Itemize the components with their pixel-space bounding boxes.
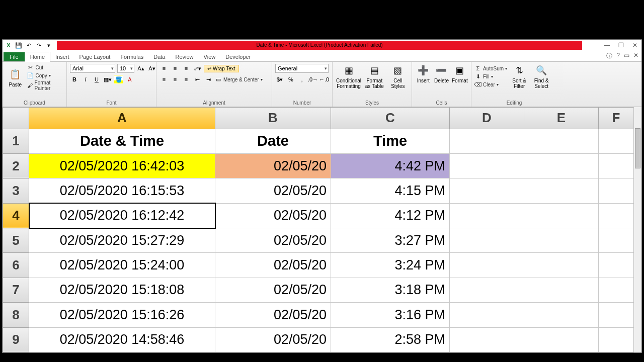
cell-B6[interactable]: 02/05/20 — [215, 253, 331, 278]
increase-indent-icon[interactable]: ⇥ — [204, 75, 213, 84]
cell-D4[interactable] — [450, 203, 524, 228]
clear-button[interactable]: ⌫Clear▾ — [474, 81, 499, 88]
increase-decimal-icon[interactable]: .0→ — [308, 75, 317, 84]
comma-icon[interactable]: , — [297, 75, 306, 84]
cell-C2[interactable]: 4:42 PM — [331, 153, 450, 178]
autosum-button[interactable]: ΣAutoSum▾ — [474, 65, 507, 72]
cell-A4[interactable]: 02/05/2020 16:12:42 — [29, 203, 215, 228]
shrink-font-icon[interactable]: A▾ — [147, 64, 156, 73]
cell-C6[interactable]: 3:24 PM — [331, 253, 450, 278]
cell-D2[interactable] — [450, 153, 524, 178]
grow-font-icon[interactable]: A▴ — [136, 64, 145, 73]
cut-button[interactable]: ✂Cut — [27, 64, 43, 71]
cell-E4[interactable] — [524, 203, 599, 228]
bold-button[interactable]: B — [70, 75, 79, 84]
cell-E7[interactable] — [524, 278, 599, 302]
help-icon[interactable]: ? — [616, 52, 620, 60]
paste-button[interactable]: 📋 Paste — [6, 68, 25, 87]
cell-D9[interactable] — [450, 327, 524, 352]
cell-F3[interactable] — [599, 178, 634, 203]
cell-F6[interactable] — [599, 253, 634, 278]
cell-D7[interactable] — [450, 278, 524, 302]
tab-data[interactable]: Data — [148, 52, 170, 61]
cell-C4[interactable]: 4:12 PM — [331, 203, 450, 228]
cell-D3[interactable] — [450, 178, 524, 203]
cell-F5[interactable] — [599, 228, 634, 253]
cell-B3[interactable]: 02/05/20 — [215, 178, 331, 203]
cell-B4[interactable]: 02/05/20 — [215, 203, 331, 228]
wrap-text-button[interactable]: ↩Wrap Text — [204, 65, 239, 72]
format-as-table-button[interactable]: ▤Format as Table — [364, 64, 385, 89]
cell-C1[interactable]: Time — [331, 129, 450, 153]
cell-F1[interactable] — [599, 129, 634, 153]
cell-E3[interactable] — [524, 178, 599, 203]
row-header-8[interactable]: 8 — [3, 303, 29, 327]
align-right-icon[interactable]: ≡ — [182, 75, 191, 84]
font-size-select[interactable]: 10 — [117, 64, 134, 73]
cell-B2[interactable]: 02/05/20 — [215, 153, 331, 178]
row-header-7[interactable]: 7 — [3, 278, 29, 302]
currency-icon[interactable]: $▾ — [275, 75, 284, 84]
cell-E9[interactable] — [524, 327, 599, 352]
cell-E8[interactable] — [524, 303, 599, 327]
cell-F7[interactable] — [599, 278, 634, 302]
tab-page-layout[interactable]: Page Layout — [74, 52, 116, 61]
align-bottom-icon[interactable]: ≡ — [182, 64, 191, 73]
row-header-2[interactable]: 2 — [3, 153, 29, 178]
cell-C3[interactable]: 4:15 PM — [331, 178, 450, 203]
minimize-ribbon-icon[interactable]: ⓘ — [606, 52, 612, 60]
cell-A5[interactable]: 02/05/2020 15:27:29 — [29, 228, 215, 253]
cell-D6[interactable] — [450, 253, 524, 278]
cell-B9[interactable]: 02/05/20 — [215, 327, 331, 352]
col-header-F[interactable]: F — [599, 108, 634, 129]
vertical-scrollbar[interactable] — [633, 107, 641, 352]
orientation-icon[interactable]: ⤢▾ — [193, 64, 202, 73]
font-name-select[interactable]: Arial — [70, 64, 115, 73]
cell-E6[interactable] — [524, 253, 599, 278]
cell-A2[interactable]: 02/05/2020 16:42:03 — [29, 153, 215, 178]
qat-customize-icon[interactable]: ▾ — [45, 41, 53, 49]
align-left-icon[interactable]: ≡ — [159, 75, 169, 84]
merge-center-button[interactable]: ▭Merge & Center▾ — [215, 76, 263, 83]
font-color-button[interactable]: A — [125, 75, 134, 84]
cell-A8[interactable]: 02/05/2020 15:16:26 — [29, 303, 215, 327]
insert-button[interactable]: ➕Insert — [415, 64, 431, 83]
row-header-1[interactable]: 1 — [3, 129, 29, 153]
cell-C7[interactable]: 3:18 PM — [331, 278, 450, 302]
cell-B1[interactable]: Date — [215, 129, 331, 153]
cell-styles-button[interactable]: ▧Cell Styles — [387, 64, 409, 89]
row-header-4[interactable]: 4 — [3, 203, 29, 228]
cell-F9[interactable] — [599, 327, 634, 352]
align-top-icon[interactable]: ≡ — [159, 64, 169, 73]
cell-D8[interactable] — [450, 303, 524, 327]
window-restore-icon[interactable]: ▭ — [624, 52, 629, 60]
tab-file[interactable]: File — [4, 52, 25, 61]
cell-E1[interactable] — [524, 129, 599, 153]
cell-C8[interactable]: 3:16 PM — [331, 303, 450, 327]
number-format-select[interactable]: General — [275, 64, 329, 73]
col-header-E[interactable]: E — [524, 108, 599, 129]
tab-formulas[interactable]: Formulas — [115, 52, 148, 61]
find-select-button[interactable]: 🔍Find & Select — [531, 64, 551, 89]
minimize-button[interactable]: — — [602, 42, 611, 49]
select-all-corner[interactable] — [3, 108, 29, 129]
col-header-D[interactable]: D — [450, 108, 524, 129]
cell-F8[interactable] — [599, 303, 634, 327]
row-header-9[interactable]: 9 — [3, 327, 29, 352]
save-icon[interactable]: 💾 — [15, 41, 23, 49]
format-button[interactable]: ▣Format — [452, 64, 468, 83]
underline-button[interactable]: U — [92, 75, 101, 84]
cell-D5[interactable] — [450, 228, 524, 253]
decrease-indent-icon[interactable]: ⇤ — [193, 75, 202, 84]
cell-E2[interactable] — [524, 153, 599, 178]
cell-F2[interactable] — [599, 153, 634, 178]
italic-button[interactable]: I — [81, 75, 90, 84]
cell-A7[interactable]: 02/05/2020 15:18:08 — [29, 278, 215, 302]
align-center-icon[interactable]: ≡ — [171, 75, 180, 84]
row-header-3[interactable]: 3 — [3, 178, 29, 203]
cell-A3[interactable]: 02/05/2020 16:15:53 — [29, 178, 215, 203]
row-header-6[interactable]: 6 — [3, 253, 29, 278]
cell-D1[interactable] — [450, 129, 524, 153]
close-button[interactable]: ✕ — [630, 42, 639, 49]
cell-F4[interactable] — [599, 203, 634, 228]
